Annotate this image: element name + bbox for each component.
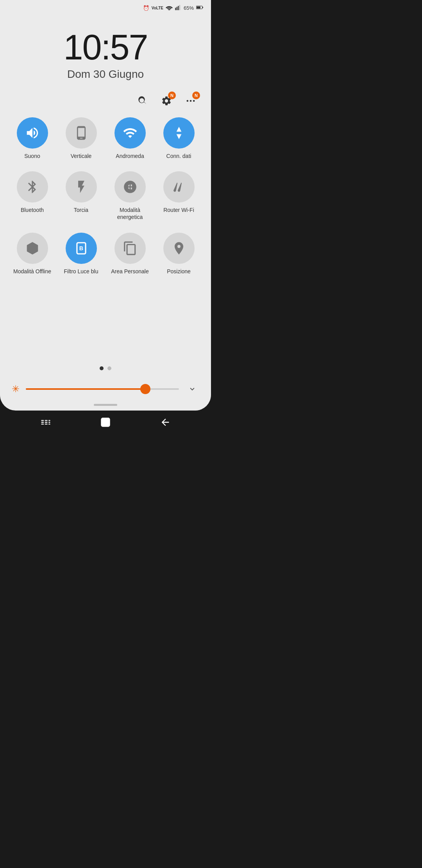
- tile-verticale-circle: [66, 117, 97, 149]
- svg-rect-2: [178, 6, 179, 10]
- tile-torcia-label: Torcia: [74, 206, 88, 213]
- svg-text:B: B: [79, 245, 83, 251]
- lte-icon: VoLTE: [152, 6, 163, 10]
- svg-rect-3: [179, 5, 180, 10]
- home-button[interactable]: [96, 412, 115, 432]
- drag-handle: [0, 404, 211, 411]
- brightness-slider-track[interactable]: [26, 388, 179, 390]
- tile-area-personale-circle: [114, 233, 146, 264]
- tile-router-wifi-circle: [163, 171, 195, 203]
- svg-rect-12: [41, 420, 44, 421]
- tile-area-personale[interactable]: Area Personale: [109, 233, 150, 275]
- tile-modalita-offline-circle: [17, 233, 48, 264]
- svg-rect-17: [45, 424, 47, 425]
- tile-modalita-offline-label: Modalità Offline: [13, 268, 51, 275]
- tile-posizione-circle: [163, 233, 195, 264]
- alarm-icon: ⏰: [143, 5, 149, 11]
- tile-modalita-energetica-circle: [114, 171, 146, 203]
- tile-modalita-offline[interactable]: Modalità Offline: [12, 233, 53, 275]
- tile-suono-circle: [17, 117, 48, 149]
- tile-conn-dati-circle: [163, 117, 195, 149]
- pagination-dot-1: [100, 366, 104, 370]
- tile-conn-dati[interactable]: Conn. dati: [158, 117, 199, 160]
- tile-andromeda-label: Andromeda: [116, 152, 144, 160]
- wifi-icon: [166, 5, 173, 11]
- svg-rect-1: [177, 7, 177, 10]
- signal-icon: [175, 5, 181, 11]
- search-button[interactable]: [134, 92, 151, 109]
- tiles-row-1: Suono Verticale Andromeda: [12, 117, 199, 160]
- drag-handle-bar: [94, 404, 117, 406]
- brightness-icon: ✳: [12, 384, 20, 395]
- tile-filtro-luce-blu-label: Filtro Luce blu: [64, 268, 98, 275]
- tile-bluetooth[interactable]: Bluetooth: [12, 171, 53, 221]
- svg-rect-6: [197, 6, 200, 8]
- tile-bluetooth-circle: [17, 171, 48, 203]
- svg-rect-15: [45, 420, 47, 421]
- tile-modalita-energetica[interactable]: Modalità energetica: [109, 171, 150, 221]
- tile-area-personale-label: Area Personale: [111, 268, 149, 275]
- tile-andromeda-circle: [114, 117, 146, 149]
- clock-date: Dom 30 Giugno: [67, 68, 144, 81]
- tile-conn-dati-label: Conn. dati: [166, 152, 191, 160]
- clock-area: 10:57 Dom 30 Giugno: [0, 14, 211, 88]
- tile-andromeda[interactable]: Andromeda: [109, 117, 150, 160]
- settings-button[interactable]: N: [158, 92, 175, 109]
- pagination: [0, 366, 211, 370]
- brightness-row: ✳: [0, 378, 211, 404]
- tile-router-wifi-label: Router Wi-Fi: [163, 206, 194, 213]
- tiles-row-3: Modalità Offline B Filtro Luce blu Area …: [12, 233, 199, 275]
- tile-posizione[interactable]: Posizione: [158, 233, 199, 275]
- tile-torcia[interactable]: Torcia: [61, 171, 102, 221]
- brightness-slider-thumb[interactable]: [140, 384, 150, 394]
- tile-suono[interactable]: Suono: [12, 117, 53, 160]
- tiles-row-2: Bluetooth Torcia Modalità energetica: [12, 171, 199, 221]
- back-button[interactable]: [156, 412, 175, 432]
- brightness-expand-button[interactable]: [185, 382, 199, 396]
- svg-rect-18: [48, 420, 50, 421]
- svg-point-8: [190, 100, 192, 102]
- tile-filtro-luce-blu-circle: B: [66, 233, 97, 264]
- svg-rect-5: [202, 7, 203, 8]
- clock-time: 10:57: [63, 30, 147, 65]
- tile-verticale-label: Verticale: [71, 152, 92, 160]
- menu-button[interactable]: N: [182, 92, 199, 109]
- menu-badge: N: [192, 91, 200, 99]
- tile-bluetooth-label: Bluetooth: [21, 206, 44, 213]
- svg-rect-20: [48, 424, 50, 425]
- nav-bar: [0, 411, 211, 434]
- tile-posizione-label: Posizione: [167, 268, 191, 275]
- svg-rect-0: [175, 8, 176, 10]
- settings-badge: N: [168, 91, 176, 99]
- pagination-dot-2: [107, 366, 111, 370]
- tile-suono-label: Suono: [24, 152, 40, 160]
- tile-verticale[interactable]: Verticale: [61, 117, 102, 160]
- svg-point-9: [193, 100, 195, 102]
- quick-settings-toolbar: N N: [0, 88, 211, 113]
- brightness-slider-fill: [26, 388, 145, 390]
- battery-percentage: 65%: [184, 5, 194, 11]
- tile-modalita-energetica-label: Modalità energetica: [109, 206, 150, 221]
- tile-filtro-luce-blu[interactable]: B Filtro Luce blu: [61, 233, 102, 275]
- svg-rect-16: [45, 422, 47, 423]
- battery-icon: [196, 5, 203, 11]
- svg-rect-14: [41, 424, 44, 425]
- quick-tiles-section: Suono Verticale Andromeda: [0, 113, 211, 366]
- svg-rect-21: [101, 418, 109, 427]
- svg-rect-13: [41, 422, 44, 423]
- recent-apps-button[interactable]: [36, 412, 55, 432]
- status-bar: ⏰ VoLTE 65%: [0, 0, 211, 14]
- svg-point-7: [187, 100, 189, 102]
- tile-torcia-circle: [66, 171, 97, 203]
- svg-rect-19: [48, 422, 50, 423]
- tile-router-wifi[interactable]: Router Wi-Fi: [158, 171, 199, 221]
